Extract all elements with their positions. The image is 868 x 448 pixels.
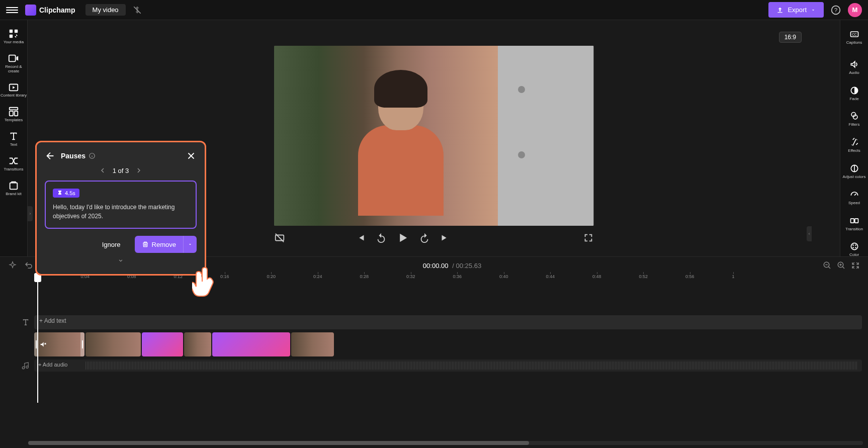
zoom-out-button[interactable] (823, 261, 832, 270)
sparkle-icon (8, 261, 17, 270)
seek-back-button[interactable] (376, 232, 387, 243)
pause-clip[interactable] (142, 332, 183, 356)
forward-icon (419, 232, 430, 243)
remove-dropdown-button[interactable] (183, 236, 197, 253)
ruler-tick: 0:20 (267, 274, 276, 279)
video-clip[interactable] (85, 332, 141, 356)
timeline-tracks: + Add text + Add audio (28, 285, 868, 380)
export-button[interactable]: Export (768, 2, 824, 18)
skip-forward-button[interactable] (439, 232, 450, 243)
video-clip[interactable] (34, 332, 84, 356)
sidebar-item-record[interactable]: Record & create (0, 49, 28, 78)
text-track[interactable]: + Add text (34, 315, 862, 329)
timeline-scrollbar[interactable] (28, 441, 863, 445)
sync-status-icon[interactable] (133, 6, 142, 15)
pause-card[interactable]: 4.5s Hello, today I'd like to introduce … (45, 181, 197, 229)
user-avatar[interactable]: M (848, 3, 862, 17)
svg-rect-10 (10, 183, 18, 189)
ruler-tick: 0:32 (406, 274, 415, 279)
sidebar-item-audio[interactable]: Audio (840, 54, 869, 80)
sidebar-item-templates[interactable]: Templates (0, 102, 28, 127)
sidebar-item-fade[interactable]: Fade (840, 80, 869, 107)
popup-back-button[interactable] (45, 150, 56, 161)
skip-back-button[interactable] (356, 232, 367, 243)
popup-close-button[interactable] (186, 150, 197, 161)
transcript-text: Hello, today I'd like to introduce the m… (53, 203, 189, 221)
zoom-in-button[interactable] (837, 261, 846, 270)
audio-track-icon (21, 361, 30, 370)
ruler-tick: 0:48 (592, 274, 601, 279)
clip-handle-right[interactable] (80, 332, 84, 356)
play-icon (396, 231, 410, 245)
sidebar-item-effects[interactable]: Effects (840, 132, 869, 158)
main-layout: Your media Record & create Content libra… (0, 20, 868, 256)
arrow-left-icon (45, 150, 56, 161)
svg-text:?: ? (834, 7, 838, 13)
sidebar-item-speed[interactable]: Speed (840, 185, 869, 211)
playback-controls (274, 226, 594, 250)
center-area: Pauses 1 of 3 (28, 20, 840, 256)
sidebar-item-captions[interactable]: CC Captions (840, 24, 869, 50)
undo-button[interactable] (24, 261, 33, 270)
scrollbar-thumb[interactable] (28, 441, 529, 445)
right-collapse-handle[interactable] (807, 226, 812, 241)
media-icon (8, 28, 19, 39)
sidebar-item-transition[interactable]: Transition (840, 211, 869, 237)
sidebar-item-library[interactable]: Content library (0, 77, 28, 102)
menu-icon[interactable] (6, 4, 18, 16)
svg-rect-8 (10, 111, 13, 116)
seek-forward-button[interactable] (419, 232, 430, 243)
video-clip[interactable] (291, 332, 334, 356)
zoom-in-icon (837, 261, 846, 270)
aspect-ratio-badge[interactable]: 16:9 (779, 32, 802, 43)
sparkle-button[interactable] (8, 261, 17, 270)
ruler-tick: 1 (732, 274, 735, 279)
left-expand-handle[interactable] (28, 206, 33, 221)
add-text-label[interactable]: + Add text (34, 315, 862, 329)
app-name: Clipchamp (39, 6, 75, 14)
ignore-button[interactable]: Ignore (93, 237, 130, 252)
top-bar: Clipchamp My video Export ? M (0, 0, 868, 20)
trash-icon (142, 241, 149, 248)
video-preview[interactable] (274, 46, 594, 226)
svg-point-25 (855, 245, 856, 246)
svg-point-23 (851, 243, 857, 250)
svg-rect-5 (9, 55, 16, 61)
video-clip[interactable] (184, 332, 211, 356)
sidebar-item-adjust[interactable]: Adjust colors (840, 158, 869, 185)
text-icon (8, 131, 19, 142)
sidebar-item-brandkit[interactable]: Brand kit (0, 176, 28, 201)
captions-toggle-button[interactable] (274, 232, 285, 243)
help-icon[interactable]: ? (831, 5, 841, 15)
play-button[interactable] (396, 231, 410, 245)
info-icon[interactable] (89, 152, 96, 159)
sidebar-item-media[interactable]: Your media (0, 24, 28, 49)
add-audio-label[interactable]: + Add audio (38, 362, 67, 368)
sidebar-item-transitions[interactable]: Transitions (0, 151, 28, 176)
mute-icon (39, 340, 47, 348)
ruler-tick: 0:24 (313, 274, 322, 279)
project-title[interactable]: My video (85, 4, 126, 16)
sidebar-item-text[interactable]: Text (0, 127, 28, 151)
fullscreen-button[interactable] (583, 232, 594, 243)
brandkit-icon (8, 180, 19, 191)
remove-button[interactable]: Remove (135, 236, 183, 253)
timeline-ruler[interactable]: 00:040:080:120:160:200:240:280:320:360:4… (28, 274, 868, 285)
chevron-down-icon (188, 242, 193, 247)
ruler-tick: 0:52 (639, 274, 648, 279)
pager-prev-button[interactable] (99, 166, 107, 174)
zoom-fit-button[interactable] (851, 261, 860, 270)
tutorial-hand-cursor-icon (192, 264, 222, 299)
pause-clip[interactable] (212, 332, 290, 356)
svg-rect-7 (10, 108, 18, 110)
svg-point-26 (852, 247, 854, 249)
fullscreen-icon (583, 232, 594, 243)
popup-expand-button[interactable] (45, 257, 197, 266)
audio-track[interactable]: + Add audio (34, 360, 862, 372)
transitions-icon (8, 155, 19, 166)
ruler-tick: 0:36 (453, 274, 462, 279)
svg-point-27 (855, 247, 856, 249)
sidebar-item-filters[interactable]: Filters (840, 106, 869, 132)
app-logo[interactable]: Clipchamp (25, 5, 75, 16)
pager-next-button[interactable] (135, 166, 143, 174)
